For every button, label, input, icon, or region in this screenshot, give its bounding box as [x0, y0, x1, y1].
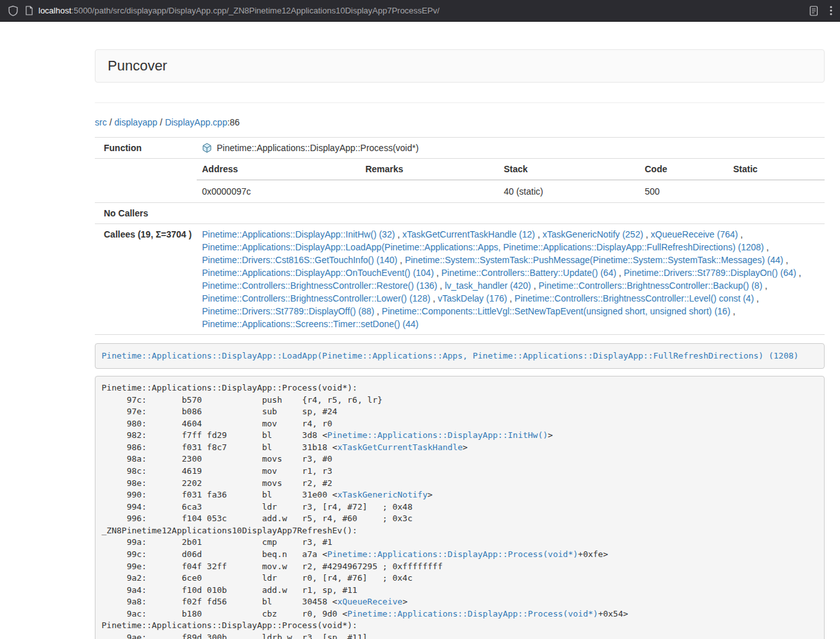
- symbol-link[interactable]: xTaskGetCurrentTaskHandle: [337, 442, 463, 452]
- column-address: Address: [197, 159, 360, 180]
- details-row: Address Remarks Stack Code Static 0x0000…: [95, 159, 825, 203]
- menu-kebab-icon[interactable]: [830, 5, 832, 16]
- callees-row: Callees (19, Σ=3704 ) Pinetime::Applicat…: [95, 224, 825, 335]
- callee-link[interactable]: Pinetime::Applications::DisplayApp::OnTo…: [202, 268, 434, 278]
- no-callers-row: No Callers: [95, 203, 825, 224]
- symbol-link[interactable]: Pinetime::Applications::DisplayApp::Proc…: [347, 609, 598, 619]
- callee-link[interactable]: Pinetime::Controllers::BrightnessControl…: [202, 280, 437, 291]
- callee-link[interactable]: xTaskGetCurrentTaskHandle (12): [402, 229, 535, 239]
- disassembly: Pinetime::Applications::DisplayApp::Proc…: [95, 376, 825, 639]
- remarks-value: [360, 180, 498, 202]
- column-static: Static: [728, 159, 825, 180]
- callees-label: Callees (19, Σ=3704 ): [95, 224, 197, 335]
- divider: [95, 102, 825, 103]
- shield-icon[interactable]: [8, 5, 19, 17]
- symbol-link[interactable]: xQueueReceive: [337, 597, 402, 606]
- function-name: Pinetime::Applications::DisplayApp::Proc…: [217, 143, 418, 153]
- column-stack: Stack: [498, 159, 639, 180]
- url-bar[interactable]: localhost:5000/path/src/displayapp/Displ…: [25, 6, 798, 15]
- browser-topbar: localhost:5000/path/src/displayapp/Displ…: [0, 0, 840, 22]
- breadcrumb-line-number: :86: [227, 117, 240, 127]
- callee-link[interactable]: Pinetime::Controllers::BrightnessControl…: [538, 280, 762, 291]
- callee-link[interactable]: vTaskDelay (176): [438, 293, 507, 303]
- callee-link[interactable]: Pinetime::Components::LittleVgl::SetNewT…: [382, 306, 730, 316]
- app-title-box: Puncover: [95, 49, 825, 83]
- app-title: Puncover: [108, 58, 167, 74]
- symbol-link[interactable]: xTaskGenericNotify: [337, 490, 427, 499]
- page-container: Puncover src/displayapp/DisplayApp.cpp:8…: [95, 49, 825, 639]
- callee-link[interactable]: Pinetime::Controllers::Battery::Update()…: [441, 268, 616, 278]
- breadcrumb: src/displayapp/DisplayApp.cpp:86: [95, 116, 825, 129]
- callee-link[interactable]: lv_task_handler (420): [445, 280, 531, 291]
- details-data-row: 0x0000097c 40 (static) 500: [197, 180, 825, 202]
- column-code: Code: [639, 159, 728, 180]
- breadcrumb-separator: /: [158, 117, 165, 127]
- callee-link[interactable]: Pinetime::Drivers::St7789::DisplayOff() …: [202, 306, 374, 316]
- callee-link[interactable]: Pinetime::Controllers::BrightnessControl…: [515, 293, 754, 303]
- function-row: Function Pinetime::Applications::Display…: [95, 138, 825, 159]
- breadcrumb-item-file[interactable]: DisplayApp.cpp: [165, 117, 227, 127]
- breadcrumb-item-src[interactable]: src: [95, 117, 107, 127]
- no-callers-label: No Callers: [95, 203, 197, 224]
- breadcrumb-separator: /: [107, 117, 115, 127]
- url-path[interactable]: :5000/path/src/displayapp/DisplayApp.cpp…: [71, 6, 440, 15]
- callee-link[interactable]: Pinetime::Controllers::BrightnessControl…: [202, 293, 430, 303]
- breadcrumb-item-displayapp[interactable]: displayapp: [115, 117, 158, 127]
- callee-link[interactable]: xQueueReceive (764): [651, 229, 738, 239]
- callee-link[interactable]: Pinetime::Drivers::Cst816S::GetTouchInfo…: [202, 255, 397, 265]
- function-label: Function: [95, 138, 197, 159]
- highlight-block: Pinetime::Applications::DisplayApp::Load…: [95, 343, 825, 369]
- symbol-link[interactable]: Pinetime::Applications::DisplayApp::Proc…: [327, 549, 578, 559]
- static-value: [728, 180, 825, 202]
- address-value: 0x0000097c: [197, 180, 360, 202]
- callee-link[interactable]: xTaskGenericNotify (252): [543, 229, 643, 239]
- callee-link[interactable]: Pinetime::System::SystemTask::PushMessag…: [405, 255, 784, 265]
- details-header-row: Address Remarks Stack Code Static: [197, 159, 825, 180]
- code-value: 500: [639, 180, 728, 202]
- function-icon: [202, 143, 212, 153]
- highlighted-symbol-link[interactable]: Pinetime::Applications::DisplayApp::Load…: [102, 351, 799, 360]
- function-table: Function Pinetime::Applications::Display…: [95, 137, 825, 335]
- callee-link[interactable]: Pinetime::Drivers::St7789::DisplayOn() (…: [624, 268, 796, 278]
- details-table: Address Remarks Stack Code Static 0x0000…: [197, 159, 825, 202]
- url-text[interactable]: localhost:5000/path/src/displayapp/Displ…: [38, 6, 440, 15]
- callee-link[interactable]: Pinetime::Applications::DisplayApp::Load…: [202, 242, 764, 252]
- symbol-link[interactable]: Pinetime::Applications::DisplayApp::Init…: [327, 430, 548, 440]
- callee-link[interactable]: Pinetime::Applications::DisplayApp::Init…: [202, 229, 395, 239]
- url-host[interactable]: localhost: [38, 6, 71, 15]
- callees-list: Pinetime::Applications::DisplayApp::Init…: [197, 224, 825, 335]
- stack-value: 40 (static): [498, 180, 639, 202]
- column-remarks: Remarks: [360, 159, 498, 180]
- reader-view-icon[interactable]: [809, 6, 818, 16]
- callee-link[interactable]: Pinetime::Applications::Screens::Timer::…: [202, 319, 418, 329]
- page-info-icon[interactable]: [25, 6, 33, 15]
